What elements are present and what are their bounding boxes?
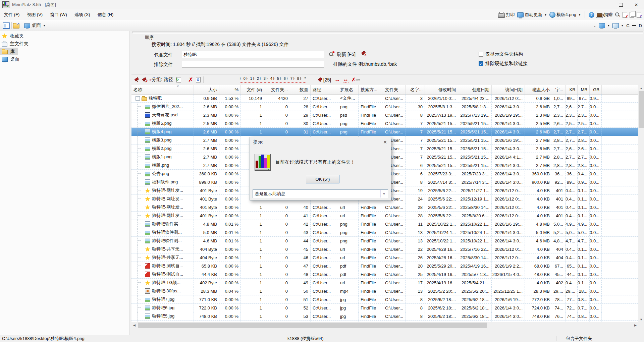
help-button[interactable]: ? bbox=[589, 12, 594, 18]
location-dropdown[interactable]: 桌面 ▼ bbox=[24, 22, 46, 28]
scroll-up-arrow[interactable]: ▲ bbox=[638, 85, 644, 91]
table-row[interactable]: 微信图片_202...2.6 MB0.00 %1028C:\User...png… bbox=[131, 103, 638, 111]
vertical-scrollbar[interactable]: ▲ ▼ bbox=[638, 85, 644, 322]
horizontal-scroll-thumb[interactable] bbox=[138, 323, 487, 328]
column-header[interactable]: GB bbox=[590, 85, 602, 94]
scroll-left-arrow[interactable]: ◀ bbox=[131, 322, 137, 328]
filter-depth-button-2[interactable]: 2 bbox=[253, 76, 259, 83]
sidebar-item-folder[interactable]: 库 bbox=[0, 48, 18, 55]
dialog-close-icon[interactable]: ✕ bbox=[381, 139, 389, 146]
filter-depth-button-8[interactable]: 8 bbox=[293, 76, 300, 83]
table-row[interactable]: 独特吧软件测...5.0 MB0.01 %1043C:\User...pngFi… bbox=[131, 228, 638, 237]
fit-columns-icon[interactable]: ↔ bbox=[343, 77, 348, 82]
maximize-button[interactable] bbox=[613, 0, 629, 9]
current-file-dropdown[interactable]: 横版4.png ▼ bbox=[549, 12, 581, 18]
refresh-list-icon[interactable]: ↻ bbox=[176, 77, 181, 82]
folder-up-button[interactable] bbox=[13, 24, 19, 28]
table-row[interactable]: −独特吧0.9 GB1.53 %10,149442027C:\User...<文… bbox=[131, 94, 638, 103]
search-button[interactable] bbox=[615, 12, 620, 17]
column-header[interactable]: 名字... bbox=[406, 85, 425, 94]
print-button[interactable]: 打印 bbox=[498, 12, 515, 18]
tree-collapse-icon[interactable]: − bbox=[136, 96, 140, 101]
exclude-input[interactable] bbox=[182, 61, 324, 68]
auto-update-button[interactable]: 自动更新 ▼ bbox=[517, 12, 547, 18]
filter-depth-button-3[interactable]: 3 bbox=[260, 76, 266, 83]
scroll-right-arrow[interactable]: ▶ bbox=[633, 322, 638, 328]
recycle-icon[interactable]: ♻ bbox=[196, 77, 201, 82]
filter-tool2-icon[interactable]: ✗ bbox=[142, 77, 147, 82]
column-header[interactable]: KB bbox=[566, 85, 578, 94]
copy-list-button[interactable] bbox=[630, 12, 634, 18]
table-row[interactable]: 独特吧-TG频...402 Byte0.00 %1049C:\User...ur… bbox=[131, 279, 638, 287]
column-header[interactable]: % bbox=[219, 85, 241, 94]
table-row[interactable]: 独特吧软件测...4.6 MB0.01 %1044C:\User...pngFi… bbox=[131, 237, 638, 245]
column-header[interactable]: 创建日期 bbox=[458, 85, 492, 94]
vertical-scroll-thumb[interactable] bbox=[639, 91, 644, 128]
column-header[interactable]: 扩展名 bbox=[338, 85, 359, 94]
search-star-icon[interactable]: ✱ bbox=[329, 51, 334, 57]
sidebar-item-monitor[interactable]: 桌面 bbox=[0, 55, 23, 63]
horizontal-scrollbar[interactable]: ◀ ▶ bbox=[131, 322, 638, 328]
table-row[interactable]: 独特吧6.jpg722.0 KB0.00 %1052C:\User...jpgF… bbox=[131, 304, 638, 312]
table-row[interactable]: 横版4.png2.6 MB0.00 %1031C:\User...pngFind… bbox=[131, 128, 638, 136]
filter-depth-button-6[interactable]: 6 bbox=[280, 76, 286, 83]
filter-depth-button-7[interactable]: 7 bbox=[287, 76, 293, 83]
sidebar-item-star[interactable]: 收藏夹 bbox=[0, 32, 27, 40]
column-header[interactable]: 磁盘大小 bbox=[525, 85, 552, 94]
swap-columns-icon[interactable]: ↔ bbox=[334, 76, 340, 83]
dialog-title-bar[interactable]: 提示 bbox=[250, 137, 391, 147]
column-header[interactable]: 大小 bbox=[194, 85, 219, 94]
table-row[interactable]: 独特吧7.jpg771.0 KB0.00 %1051C:\User...jpgF… bbox=[131, 295, 638, 304]
column-header[interactable]: 数量 bbox=[290, 85, 311, 94]
column-header[interactable]: MB bbox=[578, 85, 590, 94]
drive-d-button[interactable]: D bbox=[639, 23, 642, 28]
table-row[interactable]: 独特吧软件实...4.8 MB0.01 %1042C:\User...pngFi… bbox=[131, 220, 638, 228]
column-header[interactable]: 文件夹... bbox=[264, 85, 290, 94]
drive-c-button[interactable]: C bbox=[626, 23, 629, 28]
table-row[interactable]: 独特吧-测试自...44.4 KB0.00 %1048C:\User...pdf… bbox=[131, 270, 638, 279]
scroll-down-arrow[interactable]: ▼ bbox=[638, 317, 644, 322]
close-button[interactable]: ✕ bbox=[629, 0, 644, 9]
menu-item[interactable]: 信息 (H) bbox=[94, 10, 117, 19]
table-row[interactable]: 独特吧-共享无...404 Byte0.00 %1045C:\User...ur… bbox=[131, 245, 638, 253]
table-row[interactable]: 独特吧-网址发...401 Byte0.00 %1040C:\User...ur… bbox=[131, 203, 638, 212]
column-header[interactable]: 名称˅ bbox=[131, 85, 194, 94]
delete-list-button[interactable]: ✗ bbox=[623, 12, 627, 18]
include-input[interactable] bbox=[182, 51, 324, 58]
filter-count-icon[interactable] bbox=[318, 77, 323, 82]
column-header[interactable]: 文件夹 bbox=[383, 85, 406, 94]
table-row[interactable]: 独特吧-共享无...404 Byte0.00 %1046C:\User...ur… bbox=[131, 253, 638, 262]
filter-tool-icon[interactable] bbox=[134, 77, 139, 82]
minimize-button[interactable] bbox=[598, 0, 613, 9]
column-header[interactable]: 路径 bbox=[311, 85, 338, 94]
column-header[interactable]: 访问日期 bbox=[492, 85, 525, 94]
overflow-chevron-icon[interactable]: ⌄ bbox=[593, 24, 596, 27]
column-header[interactable]: 搜索方... bbox=[359, 85, 383, 94]
refresh-button[interactable]: 刷新 [F5] bbox=[337, 52, 356, 58]
folders-only-checkbox[interactable]: 仅显示文件夹结构 bbox=[479, 51, 523, 57]
column-header[interactable]: 文件 (#) bbox=[241, 85, 264, 94]
table-row[interactable]: 独特吧-30fps...28.3 MB0.04 %1050C:\User...m… bbox=[131, 287, 638, 295]
menu-item[interactable]: 视图 (V) bbox=[23, 10, 46, 19]
clear-list-button[interactable]: ✗ bbox=[637, 12, 641, 18]
menu-item[interactable]: 窗口 (W) bbox=[47, 10, 70, 19]
show-message-dropdown[interactable]: 总是显示此消息 ˅ bbox=[253, 189, 388, 198]
toggle-panel-button[interactable] bbox=[3, 22, 10, 29]
clear-filter-icon[interactable]: ✗ bbox=[188, 76, 193, 83]
donate-button[interactable]: 捐赠 bbox=[597, 12, 612, 18]
column-header[interactable]: 字... bbox=[552, 85, 566, 94]
exclude-links-checkbox[interactable]: ✓ 排除硬链接和软链接 bbox=[479, 61, 528, 67]
table-row[interactable]: 独特吧-网址发...401 Byte0.00 %1041C:\User...ur… bbox=[131, 212, 638, 220]
filter-depth-button-1[interactable]: 1 bbox=[247, 76, 253, 83]
filter-depth-button-5[interactable]: 5 bbox=[273, 76, 279, 83]
table-row[interactable]: 横版5.png2.5 MB0.00 %1030C:\User...pngFind… bbox=[131, 119, 638, 128]
filter-depth-button-0[interactable]: 0 bbox=[240, 76, 246, 83]
view-monitor2-button[interactable]: ▼ bbox=[612, 23, 624, 28]
stop-search-icon[interactable]: ✗ bbox=[361, 51, 366, 56]
table-row[interactable]: 天奇灵花.psd2.3 MB0.00 %1029C:\User...psdFin… bbox=[131, 111, 638, 119]
dash-icon[interactable] bbox=[632, 25, 636, 26]
menu-item[interactable]: 文件 (F) bbox=[1, 10, 23, 19]
filter-depth-button-*[interactable]: * bbox=[300, 76, 306, 83]
table-row[interactable]: 独特吧5.jpg748.0 KB0.00 %1053C:\User...jpgF… bbox=[131, 312, 638, 321]
export-button[interactable]: ✗port bbox=[351, 78, 360, 82]
